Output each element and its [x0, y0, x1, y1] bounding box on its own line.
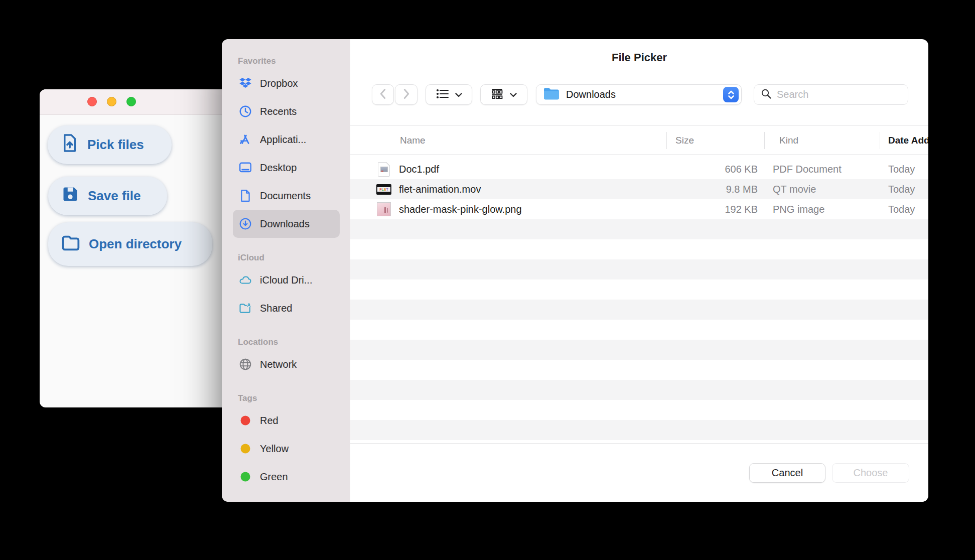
list-view-icon [436, 88, 449, 101]
pdf-file-icon [376, 162, 391, 177]
sidebar-item-dropbox[interactable]: Dropbox [233, 69, 340, 97]
sidebar-item-label: iCloud Dri... [260, 274, 312, 286]
sidebar-section-title: Locations [233, 337, 345, 350]
sidebar-item-shared[interactable]: Shared [233, 294, 340, 322]
sidebar-item-label: Network [260, 359, 297, 370]
zoom-window-button[interactable] [126, 97, 136, 106]
up-down-chevrons-icon[interactable] [723, 87, 739, 102]
column-divider [880, 132, 880, 149]
column-header-size[interactable]: Size [675, 126, 694, 155]
image-file-icon [376, 202, 391, 217]
save-icon [61, 185, 79, 207]
group-view-icon [491, 88, 504, 101]
sidebar-section-title: Tags [233, 393, 345, 406]
sidebar-item-network[interactable]: Network [233, 350, 340, 378]
shared-folder-icon [239, 302, 252, 315]
open-directory-button[interactable]: Open directory [48, 222, 212, 266]
empty-list-stripe [350, 259, 928, 279]
sidebar-section-title: iCloud [233, 253, 345, 266]
folder-blue-icon [543, 87, 560, 103]
pick-files-button[interactable]: Pick files [48, 125, 172, 164]
file-date-added: Today [888, 179, 915, 199]
file-name: flet-animation.mov [399, 179, 481, 199]
empty-list-stripe [350, 420, 928, 440]
sidebar-item-label: Recents [260, 106, 297, 117]
sidebar-item-label: Documents [260, 190, 311, 202]
chevron-left-icon [378, 88, 387, 101]
tag-yellow-icon [239, 442, 252, 455]
clock-icon [239, 105, 252, 118]
sidebar-section-locations: LocationsNetwork [233, 337, 345, 378]
dialog-title: File Picker [350, 51, 928, 64]
chevron-down-icon [510, 90, 517, 99]
current-folder-label: Downloads [566, 89, 616, 100]
movie-file-icon: FLET [376, 182, 391, 197]
file-kind: PNG image [773, 199, 824, 219]
button-label: Pick files [87, 137, 144, 153]
file-kind: QT movie [773, 179, 816, 199]
file-size: 9.8 MB [666, 179, 758, 199]
file-row[interactable]: Doc1.pdf606 KBPDF DocumentToday [350, 159, 928, 179]
column-divider [764, 132, 765, 149]
sidebar-item-documents[interactable]: Documents [233, 182, 340, 210]
sidebar-section-tags: TagsRedYellowGreen [233, 393, 345, 491]
sidebar-item-recents[interactable]: Recents [233, 97, 340, 125]
search-field[interactable] [754, 84, 908, 105]
cancel-button[interactable]: Cancel [749, 463, 825, 483]
sidebar-item-downloads[interactable]: Downloads [233, 210, 340, 238]
minimize-window-button[interactable] [107, 97, 116, 106]
sidebar-section-favorites: FavoritesDropboxRecentsApplicati...Deskt… [233, 56, 345, 238]
save-file-button[interactable]: Save file [48, 177, 167, 215]
close-window-button[interactable] [87, 97, 97, 106]
file-kind: PDF Document [773, 159, 842, 179]
sidebar-item-iclouddri[interactable]: iCloud Dri... [233, 266, 340, 294]
file-row[interactable]: shader-mask-pink-glow.png192 KBPNG image… [350, 199, 928, 219]
file-date-added: Today [888, 199, 915, 219]
chevron-right-icon [402, 88, 411, 101]
desktop-icon [239, 161, 252, 174]
download-circle-icon [239, 217, 252, 230]
button-label: Open directory [89, 236, 182, 252]
choose-button[interactable]: Choose [832, 463, 909, 483]
column-header-name[interactable]: Name [400, 126, 426, 155]
sidebar-section-title: Favorites [233, 56, 345, 69]
column-header-kind[interactable]: Kind [779, 126, 798, 155]
file-size: 192 KB [666, 199, 758, 219]
sidebar-item-label: Yellow [260, 443, 289, 455]
file-name: shader-mask-pink-glow.png [399, 199, 522, 219]
empty-list-stripe [350, 340, 928, 360]
dropbox-icon [239, 77, 252, 90]
file-size: 606 KB [666, 159, 758, 179]
sidebar-item-desktop[interactable]: Desktop [233, 154, 340, 182]
file-name: Doc1.pdf [399, 159, 439, 179]
file-picker-dialog: FavoritesDropboxRecentsApplicati...Deskt… [222, 39, 928, 502]
sidebar-item-label: Dropbox [260, 78, 298, 89]
sidebar-item-label: Red [260, 415, 278, 427]
sidebar-item-red[interactable]: Red [233, 406, 340, 435]
forward-button[interactable] [395, 84, 417, 105]
file-date-added: Today [888, 159, 915, 179]
sidebar-item-green[interactable]: Green [233, 463, 340, 491]
group-view-dropdown[interactable] [480, 84, 527, 105]
sidebar-section-icloud: iCloudiCloud Dri...Shared [233, 253, 345, 322]
file-row[interactable]: FLETflet-animation.mov9.8 MBQT movieToda… [350, 179, 928, 199]
back-button[interactable] [372, 84, 394, 105]
button-label: Save file [88, 188, 141, 204]
column-divider [666, 132, 667, 149]
column-header-date-added[interactable]: Date Added [888, 126, 928, 155]
sidebar-item-yellow[interactable]: Yellow [233, 435, 340, 463]
search-input[interactable] [777, 89, 908, 100]
appstore-icon [239, 133, 252, 146]
folder-outline-icon [61, 234, 80, 254]
file-upload-icon [61, 133, 79, 156]
list-view-dropdown[interactable] [426, 84, 472, 105]
sidebar-item-applicati[interactable]: Applicati... [233, 125, 340, 154]
search-icon [761, 88, 772, 101]
empty-list-stripe [350, 219, 928, 239]
sidebar-item-label: Downloads [260, 218, 310, 230]
sidebar: FavoritesDropboxRecentsApplicati...Deskt… [222, 39, 350, 502]
current-folder-popup[interactable]: Downloads [536, 84, 742, 105]
chevron-down-icon [455, 90, 462, 99]
document-icon [239, 189, 252, 202]
empty-list-stripe [350, 300, 928, 320]
